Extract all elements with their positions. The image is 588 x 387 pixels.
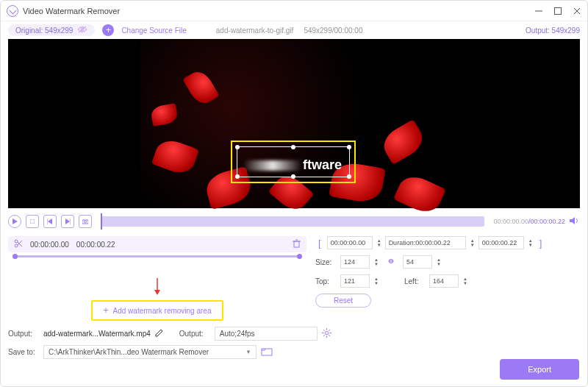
export-button[interactable]: Export xyxy=(500,359,579,380)
saveto-path-input[interactable]: C:\ArkThinker\ArkThin...deo Watermark Re… xyxy=(43,345,257,359)
playback-controls: 00:00:00.00/00:00:00.22 xyxy=(8,211,580,232)
svg-marker-14 xyxy=(570,217,575,224)
time-elapsed: 00:00:00.00 xyxy=(493,218,528,225)
maximize-button[interactable] xyxy=(553,7,562,15)
svg-rect-1 xyxy=(555,7,562,14)
next-frame-button[interactable] xyxy=(61,215,74,228)
svg-point-15 xyxy=(15,240,18,243)
add-watermark-area-button[interactable]: + Add watermark removing area xyxy=(91,300,223,321)
left-input[interactable]: 164 xyxy=(429,274,459,288)
edit-filename-button[interactable] xyxy=(155,329,163,338)
segment-track[interactable] xyxy=(14,255,301,258)
volume-icon[interactable] xyxy=(570,215,580,228)
top-spinner[interactable]: ▲▼ xyxy=(373,277,379,285)
watermark-text: ftware xyxy=(303,157,342,173)
video-preview[interactable]: ftware xyxy=(8,39,580,208)
output-settings: Output: add-watermark...Watermark.mp4 Ou… xyxy=(8,327,580,359)
svg-marker-23 xyxy=(154,290,160,295)
svg-point-24 xyxy=(325,331,328,334)
source-meta: 549x299/00:00:00 xyxy=(304,26,362,35)
svg-line-30 xyxy=(329,335,330,336)
segment-end: 00:00:00.22 xyxy=(76,241,115,249)
close-button[interactable] xyxy=(573,7,581,15)
svg-line-32 xyxy=(323,335,325,336)
scissors-icon xyxy=(14,239,23,249)
output-filename: add-watermark...Watermark.mp4 xyxy=(43,330,151,338)
svg-marker-10 xyxy=(65,219,70,224)
size-label: Size: xyxy=(315,258,337,266)
left-label: Left: xyxy=(404,277,426,285)
output-format-label: Output: xyxy=(179,330,210,338)
range-start-bracket[interactable]: [ xyxy=(315,238,324,249)
left-spinner[interactable]: ▲▼ xyxy=(462,277,468,285)
saveto-label: Save to: xyxy=(8,348,39,356)
browse-folder-button[interactable] xyxy=(261,347,273,358)
stop-button[interactable] xyxy=(26,215,39,228)
delete-segment-button[interactable] xyxy=(293,239,301,249)
svg-marker-8 xyxy=(48,219,52,224)
minimize-button[interactable] xyxy=(534,7,543,15)
svg-line-29 xyxy=(323,330,325,331)
svg-line-31 xyxy=(329,330,330,331)
width-spinner[interactable]: ▲▼ xyxy=(373,258,379,266)
reset-button[interactable]: Reset xyxy=(315,294,371,308)
segment-start: 00:00:00.00 xyxy=(30,241,69,249)
app-logo-icon xyxy=(7,5,18,17)
svg-point-13 xyxy=(85,221,87,223)
saveto-path: C:\ArkThinker\ArkThin...deo Watermark Re… xyxy=(49,348,209,356)
output-size-label: Output: 549x299 xyxy=(526,26,580,35)
svg-rect-19 xyxy=(294,241,299,247)
range-start-input[interactable]: 00:00:00.00 xyxy=(327,236,373,249)
add-area-label: Add watermark removing area xyxy=(113,307,212,315)
range-end-bracket[interactable]: ] xyxy=(537,238,545,249)
snapshot-button[interactable] xyxy=(79,215,92,228)
playback-timestamps: 00:00:00.00/00:00:00.22 xyxy=(493,218,565,225)
time-total: 00:00:00.22 xyxy=(530,218,565,225)
range-duration-spinner[interactable]: ▲▼ xyxy=(470,238,476,247)
height-spinner[interactable]: ▲▼ xyxy=(436,258,442,266)
svg-marker-6 xyxy=(12,219,18,224)
link-aspect-icon[interactable] xyxy=(387,258,395,266)
app-title: Video Watermark Remover xyxy=(23,7,524,15)
original-size-badge: Original: 549x299 xyxy=(8,24,95,36)
segment-item[interactable]: 00:00:00.00 00:00:00.22 xyxy=(8,236,306,252)
titlebar: Video Watermark Remover xyxy=(1,1,587,21)
range-duration-input[interactable]: Duration:00:00:00.22 xyxy=(385,236,466,249)
visibility-icon[interactable] xyxy=(77,26,87,35)
playhead[interactable] xyxy=(101,213,102,230)
original-size-label: Original: 549x299 xyxy=(15,26,73,35)
range-end-input[interactable]: 00:00:00.22 xyxy=(478,236,524,249)
svg-rect-33 xyxy=(262,349,272,355)
properties-panel: [ 00:00:00.00 ▲▼ Duration:00:00:00.22 ▲▼… xyxy=(315,236,580,321)
height-input[interactable]: 54 xyxy=(403,255,432,269)
chevron-down-icon[interactable]: ▼ xyxy=(245,349,251,355)
infobar: Original: 549x299 + Change Source File a… xyxy=(1,21,587,39)
playback-timeline[interactable] xyxy=(101,216,484,227)
hint-arrow-icon xyxy=(8,278,306,299)
output-label: Output: xyxy=(8,330,39,338)
segments-panel: 00:00:00.00 00:00:00.22 + Add watermark … xyxy=(8,236,306,321)
svg-rect-7 xyxy=(30,219,35,224)
width-input[interactable]: 124 xyxy=(340,255,370,269)
top-label: Top: xyxy=(315,277,337,285)
range-end-spinner[interactable]: ▲▼ xyxy=(528,238,534,247)
play-button[interactable] xyxy=(8,215,21,228)
watermark-selection-box[interactable]: ftware xyxy=(231,141,356,183)
plus-icon: + xyxy=(104,305,109,316)
svg-point-16 xyxy=(15,244,18,247)
range-start-spinner[interactable]: ▲▼ xyxy=(376,238,382,247)
watermark-blur xyxy=(243,160,302,171)
output-format-input[interactable]: Auto;24fps xyxy=(215,327,318,341)
output-settings-button[interactable] xyxy=(322,328,331,339)
source-filename: add-watermark-to-gif.gif xyxy=(216,26,294,35)
top-input[interactable]: 121 xyxy=(340,274,370,288)
add-source-button[interactable]: + xyxy=(102,24,114,36)
change-source-link[interactable]: Change Source File xyxy=(121,26,186,35)
prev-frame-button[interactable] xyxy=(43,215,57,228)
